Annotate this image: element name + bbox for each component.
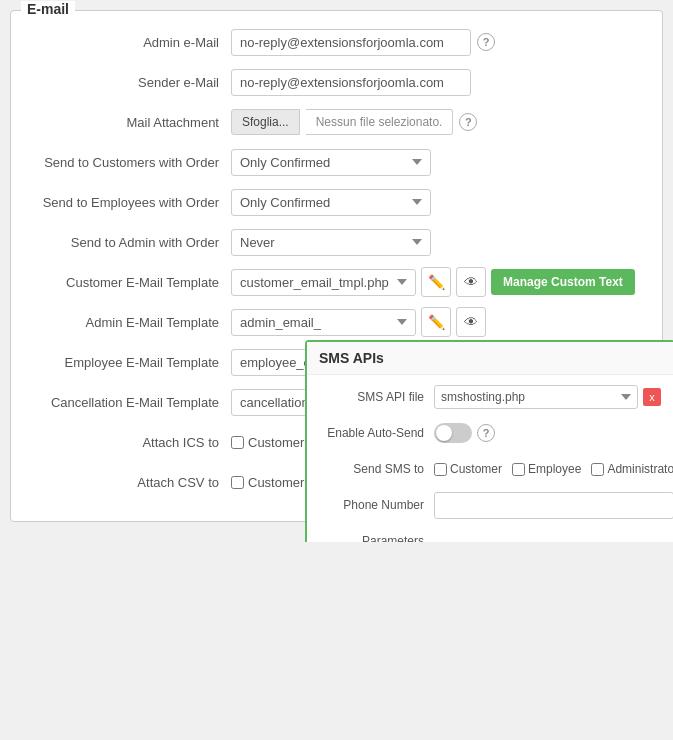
attach-csv-customer-label[interactable]: Customer xyxy=(231,475,304,490)
admin-template-view-icon[interactable]: 👁 xyxy=(456,307,486,337)
sms-employee-checkbox[interactable] xyxy=(512,463,525,476)
sender-email-control xyxy=(231,69,652,96)
admin-template-row: Admin E-Mail Template admin_email_ ✏️ 👁 xyxy=(21,306,652,338)
manage-custom-text-button[interactable]: Manage Custom Text xyxy=(491,269,635,295)
send-customers-control: Only Confirmed Confirmed Never xyxy=(231,149,652,176)
sms-administrator-label[interactable]: Administrator xyxy=(591,462,673,476)
sms-popup: SMS APIs SMS API file smshosting.php x E… xyxy=(305,340,673,542)
sms-api-file-row: SMS API file smshosting.php x xyxy=(319,383,661,411)
admin-template-select[interactable]: admin_email_ xyxy=(231,309,416,336)
send-admin-label: Send to Admin with Order xyxy=(21,235,231,250)
section-title: E-mail xyxy=(21,1,75,17)
customer-template-select[interactable]: customer_email_tmpl.php xyxy=(231,269,416,296)
enable-auto-send-control: ? xyxy=(434,423,661,443)
attach-csv-customer-text: Customer xyxy=(248,475,304,490)
sender-email-label: Sender e-Mail xyxy=(21,75,231,90)
sms-employee-label[interactable]: Employee xyxy=(512,462,581,476)
admin-template-control: admin_email_ ✏️ 👁 xyxy=(231,307,652,337)
sms-customer-checkbox[interactable] xyxy=(434,463,447,476)
send-employees-select[interactable]: Only Confirmed Confirmed Never xyxy=(231,189,431,216)
send-admin-select[interactable]: Never Only Confirmed Confirmed xyxy=(231,229,431,256)
auto-send-help-icon[interactable]: ? xyxy=(477,424,495,442)
sms-customer-label[interactable]: Customer xyxy=(434,462,502,476)
admin-email-row: Admin e-Mail ? xyxy=(21,26,652,58)
send-customers-row: Send to Customers with Order Only Confir… xyxy=(21,146,652,178)
send-employees-control: Only Confirmed Confirmed Never xyxy=(231,189,652,216)
admin-email-input[interactable] xyxy=(231,29,471,56)
sender-email-input[interactable] xyxy=(231,69,471,96)
send-sms-to-control: Customer Employee Administrator xyxy=(434,462,673,476)
sms-api-file-select[interactable]: smshosting.php xyxy=(434,385,638,409)
send-customers-select[interactable]: Only Confirmed Confirmed Never xyxy=(231,149,431,176)
attachment-help-icon[interactable]: ? xyxy=(459,113,477,131)
send-employees-label: Send to Employees with Order xyxy=(21,195,231,210)
admin-template-edit-icon[interactable]: ✏️ xyxy=(421,307,451,337)
customer-template-label: Customer E-Mail Template xyxy=(21,275,231,290)
parameters-label: Parameters xyxy=(319,534,434,542)
phone-number-input[interactable] xyxy=(434,492,673,519)
phone-number-row: Phone Number ? xyxy=(319,491,661,519)
admin-template-label: Admin E-Mail Template xyxy=(21,315,231,330)
send-admin-control: Never Only Confirmed Confirmed xyxy=(231,229,652,256)
employee-template-label: Employee E-Mail Template xyxy=(21,355,231,370)
sms-employee-text: Employee xyxy=(528,462,581,476)
sms-popup-title: SMS APIs xyxy=(307,342,673,375)
sms-administrator-checkbox[interactable] xyxy=(591,463,604,476)
enable-auto-send-row: Enable Auto-Send ? xyxy=(319,419,661,447)
cancellation-template-label: Cancellation E-Mail Template xyxy=(21,395,231,410)
send-sms-to-label: Send SMS to xyxy=(319,462,434,476)
sms-api-file-control: smshosting.php x xyxy=(434,385,661,409)
attach-ics-label: Attach ICS to xyxy=(21,435,231,450)
sms-api-file-label: SMS API file xyxy=(319,390,434,404)
enable-auto-send-toggle[interactable] xyxy=(434,423,472,443)
enable-auto-send-label: Enable Auto-Send xyxy=(319,426,434,440)
file-name-text: Nessun file selezionato. xyxy=(306,109,454,135)
sms-administrator-text: Administrator xyxy=(607,462,673,476)
sender-email-row: Sender e-Mail xyxy=(21,66,652,98)
send-admin-row: Send to Admin with Order Never Only Conf… xyxy=(21,226,652,258)
attach-ics-customer-text: Customer xyxy=(248,435,304,450)
attach-csv-customer-checkbox[interactable] xyxy=(231,476,244,489)
mail-attachment-label: Mail Attachment xyxy=(21,115,231,130)
send-employees-row: Send to Employees with Order Only Confir… xyxy=(21,186,652,218)
mail-attachment-control: Sfoglia... Nessun file selezionato. ? xyxy=(231,109,652,135)
customer-template-edit-icon[interactable]: ✏️ xyxy=(421,267,451,297)
parameters-row: Parameters xyxy=(319,527,661,542)
admin-email-control: ? xyxy=(231,29,652,56)
send-sms-to-row: Send SMS to Customer Employee Administra… xyxy=(319,455,661,483)
admin-email-help-icon[interactable]: ? xyxy=(477,33,495,51)
customer-template-view-icon[interactable]: 👁 xyxy=(456,267,486,297)
admin-email-label: Admin e-Mail xyxy=(21,35,231,50)
toggle-knob xyxy=(436,425,452,441)
send-customers-label: Send to Customers with Order xyxy=(21,155,231,170)
browse-button[interactable]: Sfoglia... xyxy=(231,109,300,135)
phone-number-label: Phone Number xyxy=(319,498,434,512)
phone-number-control: ? xyxy=(434,492,673,519)
mail-attachment-row: Mail Attachment Sfoglia... Nessun file s… xyxy=(21,106,652,138)
sms-customer-text: Customer xyxy=(450,462,502,476)
customer-template-row: Customer E-Mail Template customer_email_… xyxy=(21,266,652,298)
attach-ics-customer-checkbox[interactable] xyxy=(231,436,244,449)
customer-template-control: customer_email_tmpl.php ✏️ 👁 Manage Cust… xyxy=(231,267,652,297)
attach-ics-customer-label[interactable]: Customer xyxy=(231,435,304,450)
attach-csv-label: Attach CSV to xyxy=(21,475,231,490)
sms-api-file-close-button[interactable]: x xyxy=(643,388,661,406)
